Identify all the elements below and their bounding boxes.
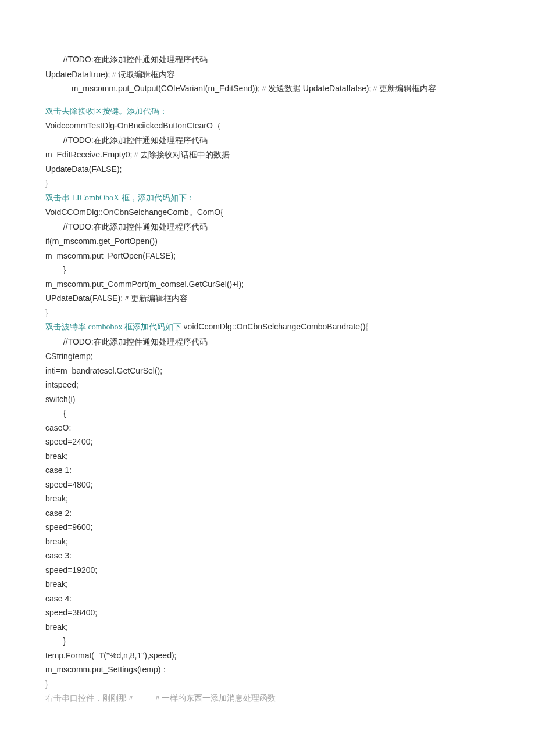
document-page: //TODO:在此添加控件通知处理程序代码UpdateDataftrue);〃读… (0, 0, 535, 741)
text-span: case 3: (45, 551, 72, 560)
code-line: break; (45, 577, 490, 592)
text-span: speed=19200; (45, 565, 97, 575)
code-line: //TODO:在此添加控件通知处理程序代码 (45, 52, 490, 67)
text-span: UpdateDataftrue);〃读取编辑框内容 (45, 70, 175, 79)
code-line: 双击串 LICombOboX 框，添加代码如下： (45, 191, 490, 206)
text-span: caseO: (45, 423, 71, 432)
code-line: VoidCCOmDlg::OnCbnSelchangeComb。ComO{ (45, 205, 490, 220)
code-line: } (45, 677, 490, 691)
text-span: UpdateData(FALSE); (45, 164, 122, 174)
text-span: { (63, 409, 66, 418)
text-span: //TODO: (63, 55, 94, 64)
code-line: } (45, 263, 490, 277)
code-line: m_mscomm.put_PortOpen(FALSE); (45, 249, 490, 263)
code-line: speed=38400; (45, 605, 490, 620)
text-span: 右击串口控件，刚刚那〃 〃一样的东西一添加消息处理函数 (45, 694, 276, 703)
text-span: 在此添加控件通知处理程序代码 (94, 136, 208, 145)
text-span: break; (45, 452, 68, 461)
text-span: break; (45, 494, 68, 503)
code-line: 双击去除接收区按键。添加代码： (45, 104, 490, 119)
text-span: m_mscomm.put_CommPort(m_comsel.GetCurSel… (45, 280, 244, 289)
code-line: switch(i) (45, 392, 490, 407)
text-span: m_EditReceive.Empty0;〃去除接收对话框中的数据 (45, 150, 230, 159)
text-span: speed=2400; (45, 437, 92, 446)
code-line: 右击串口控件，刚刚那〃 〃一样的东西一添加消息处理函数 (45, 691, 490, 706)
code-line: speed=19200; (45, 563, 490, 578)
code-line: inti=m_bandratesel.GetCurSel(); (45, 364, 490, 378)
text-span: m_mscomm.put_Output(COIeVariant(m_EditSe… (72, 84, 437, 93)
code-line: break; (45, 620, 490, 635)
text-span: 在此添加控件通知处理程序代码 (94, 223, 208, 231)
text-span: //TODO: (63, 135, 94, 145)
code-line: break; (45, 449, 490, 464)
code-line: m_mscomm.put_CommPort(m_comsel.GetCurSel… (45, 277, 490, 292)
text-span: 双击去除接收区按键。添加代码： (45, 107, 167, 116)
code-line: } (45, 176, 490, 191)
code-line: } (45, 306, 490, 320)
code-line: break; (45, 535, 490, 549)
text-span: 双击波特率 combobox 框添加代码如下 (45, 323, 184, 331)
text-span: speed=4800; (45, 480, 92, 489)
code-line: UpdateDataftrue);〃读取编辑框内容 (45, 67, 490, 82)
text-span: } (45, 178, 48, 188)
text-span: { (365, 322, 368, 331)
code-line: break; (45, 492, 490, 506)
text-span: CStringtemp; (45, 352, 93, 361)
text-span: 在此添加控件通知处理程序代码 (94, 338, 208, 346)
code-line (45, 96, 490, 104)
text-span: break; (45, 622, 68, 632)
text-span: switch(i) (45, 395, 75, 404)
code-line: //TODO:在此添加控件通知处理程序代码 (45, 133, 490, 148)
code-line: speed=2400; (45, 435, 490, 449)
code-line: } (45, 634, 490, 648)
code-line: caseO: (45, 421, 490, 435)
text-span: case 4: (45, 594, 72, 603)
code-line: UpdateData(FALSE); (45, 162, 490, 177)
text-span: if(m_mscomm.get_PortOpen()) (45, 237, 158, 246)
code-line: UPdateData(FALSE);〃更新编辑框内容 (45, 291, 490, 306)
text-span: 在此添加控件通知处理程序代码 (94, 55, 208, 64)
text-span: speed=38400; (45, 608, 97, 617)
code-line: speed=4800; (45, 478, 490, 492)
code-line: temp.Format(_T("%d,n,8,1"),speed); (45, 648, 490, 663)
code-line: VoidccommTestDlg-OnBnciickedButtonCIearO… (45, 119, 490, 133)
text-span: temp.Format(_T("%d,n,8,1"),speed); (45, 651, 176, 660)
text-span: m_mscomm.put_Settings(temp)： (45, 665, 169, 674)
text-span: intspeed; (45, 380, 79, 389)
code-line: //TODO:在此添加控件通知处理程序代码 (45, 220, 490, 235)
code-line: //TODO:在此添加控件通知处理程序代码 (45, 335, 490, 350)
text-span: 双击串 LICombOboX 框，添加代码如下： (45, 194, 195, 202)
code-line: m_mscomm.put_Output(COIeVariant(m_EditSe… (45, 81, 490, 96)
text-span: m_mscomm.put_PortOpen(FALSE); (45, 251, 176, 260)
code-line: m_EditReceive.Empty0;〃去除接收对话框中的数据 (45, 148, 490, 162)
code-line: case 3: (45, 549, 490, 563)
text-span: } (45, 308, 48, 317)
code-line: intspeed; (45, 378, 490, 392)
code-line: { (45, 406, 490, 421)
text-span: VoidCCOmDlg::OnCbnSelchangeComb。ComO{ (45, 207, 223, 217)
code-line: m_mscomm.put_Settings(temp)： (45, 662, 490, 677)
code-line: CStringtemp; (45, 349, 490, 364)
text-span: //TODO: (63, 222, 94, 231)
text-span: case 2: (45, 508, 72, 518)
text-span: voidCcomDlg::OnCbnSelchangeComboBandrate… (184, 322, 366, 331)
code-line: case 2: (45, 506, 490, 521)
text-span: } (63, 265, 66, 274)
code-line: case 1: (45, 463, 490, 478)
text-span: case 1: (45, 465, 72, 475)
text-span: //TODO: (63, 337, 94, 346)
code-line: if(m_mscomm.get_PortOpen()) (45, 234, 490, 249)
code-line: case 4: (45, 592, 490, 606)
text-span: break; (45, 537, 68, 546)
text-span: UPdateData(FALSE);〃更新编辑框内容 (45, 293, 188, 303)
text-span: break; (45, 579, 68, 589)
code-line: speed=9600; (45, 520, 490, 535)
text-span: } (63, 636, 66, 646)
text-span: } (45, 679, 48, 689)
text-span: inti=m_bandratesel.GetCurSel(); (45, 366, 162, 375)
text-span: VoidccommTestDlg-OnBnciickedButtonCIearO… (45, 121, 221, 130)
text-span: speed=9600; (45, 522, 92, 532)
code-line: 双击波特率 combobox 框添加代码如下 voidCcomDlg::OnCb… (45, 320, 490, 335)
